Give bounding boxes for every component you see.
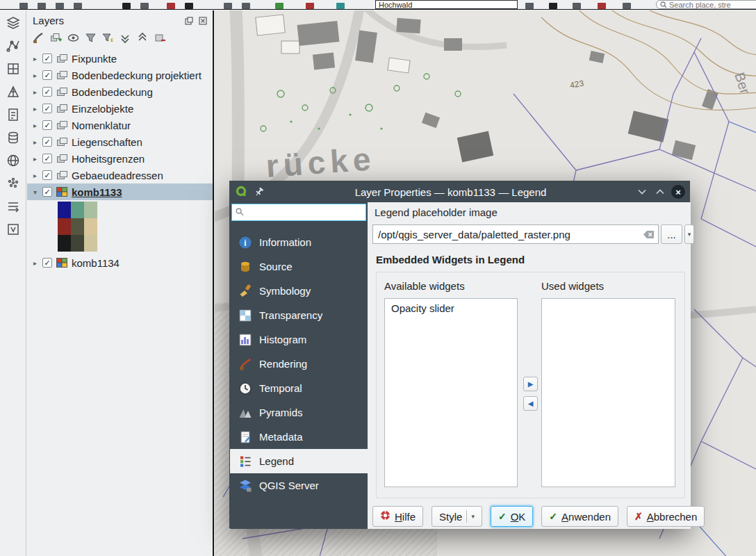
layer-styling-icon[interactable]	[31, 31, 46, 44]
layer-row[interactable]: ▸ Hoheitsgrenzen	[27, 150, 213, 167]
locality-combobox[interactable]	[375, 0, 518, 9]
layer-checkbox[interactable]	[42, 258, 52, 268]
layer-label[interactable]: Liegenschaften	[72, 136, 142, 148]
toolbar-icon-fragment[interactable]	[525, 3, 534, 9]
layer-row[interactable]: ▸ Bodenbedeckung	[27, 83, 213, 100]
help-button[interactable]: Hilfe	[372, 506, 423, 527]
add-raster-layer-icon[interactable]	[3, 59, 23, 79]
layer-label[interactable]: Fixpunkte	[72, 53, 117, 65]
tab-temporal[interactable]: Temporal	[230, 376, 368, 400]
browse-button[interactable]: ...	[661, 224, 682, 244]
collapse-all-icon[interactable]	[135, 31, 150, 44]
toolbar-icon-fragment[interactable]	[38, 3, 46, 9]
layer-label[interactable]: Nomenklatur	[72, 120, 131, 131]
expander-icon[interactable]: ▸	[31, 122, 39, 129]
move-left-button[interactable]: ◀	[523, 396, 538, 411]
toolbar-icon-fragment[interactable]	[56, 3, 64, 9]
expander-icon[interactable]: ▸	[31, 155, 39, 163]
layer-row[interactable]: ▸ Liegenschaften	[27, 133, 213, 150]
style-button[interactable]: Style ▾	[432, 506, 482, 527]
expander-icon[interactable]: ▸	[31, 105, 39, 113]
properties-search-input[interactable]	[247, 207, 372, 218]
layer-row[interactable]: ▸ Nomenklatur	[27, 117, 213, 133]
layer-row[interactable]: ▸ Fixpunkte	[27, 50, 213, 67]
add-database-layer-icon[interactable]	[3, 128, 23, 147]
add-web-layer-icon[interactable]	[3, 151, 23, 170]
add-wfs-layer-icon[interactable]	[3, 197, 23, 216]
add-point-cloud-icon[interactable]	[3, 174, 23, 193]
toolbar-icon-fragment[interactable]	[242, 3, 250, 9]
layer-row[interactable]: ▸ Bodenbedeckung projektiert	[27, 67, 213, 83]
layer-label[interactable]: Hoheitsgrenzen	[72, 153, 145, 165]
toolbar-icon-fragment[interactable]	[224, 3, 232, 9]
clear-input-icon[interactable]	[643, 229, 655, 241]
expand-all-icon[interactable]	[118, 31, 133, 44]
expander-icon[interactable]: ▸	[31, 138, 39, 146]
layer-label[interactable]: Einzelobjekte	[72, 103, 133, 115]
layer-row-selected[interactable]: ▾ komb1133	[27, 183, 213, 200]
toolbar-icon-fragment[interactable]	[275, 3, 284, 9]
ok-button[interactable]: ✓ OK	[491, 506, 533, 527]
shade-dialog-icon[interactable]	[635, 185, 649, 199]
tab-rendering[interactable]: Rendering	[230, 352, 368, 376]
close-panel-icon[interactable]	[197, 15, 208, 26]
data-source-manager-icon[interactable]	[3, 13, 23, 33]
move-right-button[interactable]: ▶	[523, 377, 538, 391]
toolbar-icon-fragment[interactable]	[306, 3, 314, 9]
toolbar-icon-fragment[interactable]	[140, 3, 149, 9]
remove-layer-icon[interactable]	[153, 31, 167, 44]
expander-icon[interactable]: ▸	[31, 259, 39, 267]
search-box[interactable]	[656, 0, 756, 9]
layer-checkbox[interactable]	[42, 154, 52, 163]
tab-source[interactable]: Source	[230, 254, 368, 279]
available-widgets-list[interactable]: Opacity slider	[384, 298, 518, 487]
toolbar-icon-fragment[interactable]	[336, 3, 345, 9]
browse-dropdown-button[interactable]: ▾	[684, 224, 694, 244]
close-dialog-icon[interactable]: ×	[671, 185, 685, 199]
layer-label[interactable]: Bodenbedeckung	[72, 86, 153, 98]
manage-map-themes-icon[interactable]	[66, 31, 81, 44]
expander-icon[interactable]: ▸	[31, 88, 39, 96]
maximize-dialog-icon[interactable]	[653, 185, 667, 199]
layer-checkbox[interactable]	[42, 54, 52, 63]
layer-checkbox[interactable]	[42, 70, 52, 80]
expander-icon[interactable]: ▾	[31, 188, 39, 196]
toolbar-icon-fragment[interactable]	[19, 3, 28, 9]
placeholder-image-path-input[interactable]	[372, 224, 659, 244]
toolbar-icon-fragment[interactable]	[74, 3, 82, 9]
layer-row[interactable]: ▸ Gebaeudeadressen	[27, 167, 213, 183]
add-virtual-layer-icon[interactable]	[3, 220, 23, 239]
expander-icon[interactable]: ▸	[31, 72, 39, 79]
layer-label[interactable]: komb1134	[72, 257, 120, 269]
search-input[interactable]	[669, 1, 746, 9]
layer-checkbox[interactable]	[42, 120, 52, 130]
float-panel-icon[interactable]	[183, 15, 195, 26]
filter-legend-icon[interactable]	[83, 31, 98, 44]
toolbar-icon-fragment[interactable]	[623, 3, 631, 9]
available-widget-item[interactable]: Opacity slider	[385, 299, 517, 318]
filter-expression-icon[interactable]: ε	[101, 31, 115, 44]
toolbar-icon-fragment[interactable]	[185, 3, 193, 9]
layer-row[interactable]: ▸ komb1134	[27, 254, 213, 271]
tab-histogram[interactable]: Histogram	[230, 327, 368, 352]
tab-pyramids[interactable]: Pyramids	[230, 400, 368, 425]
tab-transparency[interactable]: Transparency	[230, 303, 368, 327]
layer-checkbox[interactable]	[42, 137, 52, 147]
dialog-titlebar[interactable]: Layer Properties — komb1133 — Legend ×	[230, 181, 689, 202]
toolbar-icon-fragment[interactable]	[549, 3, 557, 9]
tab-information[interactable]: i Information	[230, 230, 368, 254]
properties-search-box[interactable]	[231, 204, 366, 221]
add-delimited-text-icon[interactable]	[3, 105, 23, 124]
toolbar-icon-fragment[interactable]	[122, 3, 131, 9]
layer-label[interactable]: Bodenbedeckung projektiert	[72, 70, 202, 81]
layer-checkbox[interactable]	[42, 187, 52, 197]
layer-checkbox[interactable]	[42, 104, 52, 113]
layer-checkbox[interactable]	[42, 87, 52, 97]
layer-label[interactable]: komb1133	[72, 186, 122, 198]
used-widgets-list[interactable]	[541, 298, 675, 487]
pin-icon[interactable]	[252, 185, 266, 199]
add-mesh-layer-icon[interactable]	[3, 82, 23, 101]
toolbar-icon-fragment[interactable]	[573, 3, 581, 9]
apply-button[interactable]: ✓ Anwenden	[541, 506, 618, 527]
layer-label[interactable]: Gebaeudeadressen	[72, 170, 163, 181]
